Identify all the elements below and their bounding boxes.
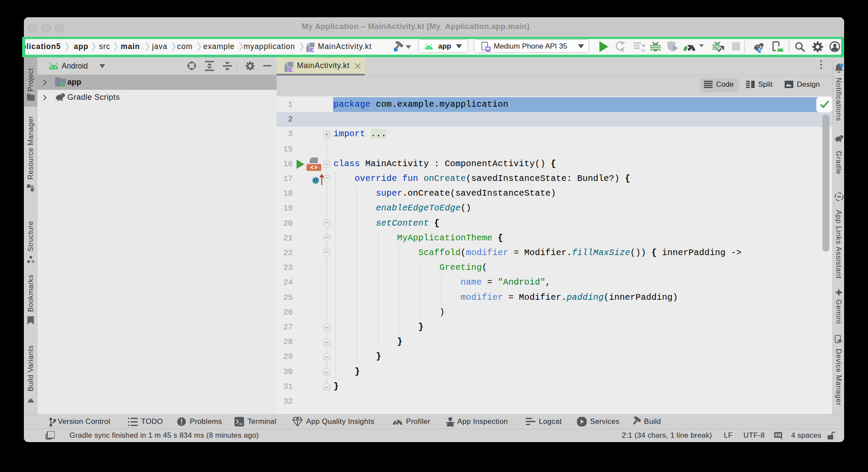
svg-text:A: A [620, 47, 624, 52]
